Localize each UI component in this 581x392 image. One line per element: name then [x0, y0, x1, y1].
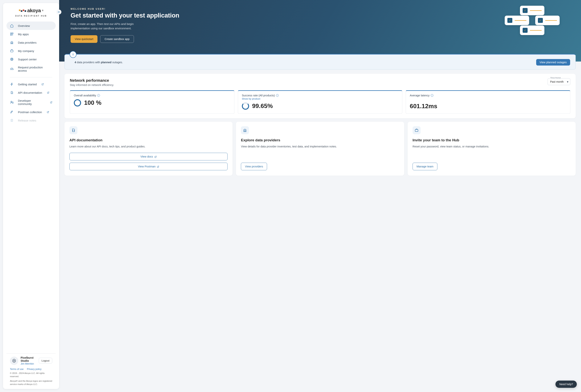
metric-label: Overall availability: [74, 94, 96, 97]
briefcase-icon: [10, 49, 14, 53]
check-icon: ✓: [523, 8, 528, 13]
metric-value: 99.65%: [252, 102, 273, 110]
sidebar-item-release-notes[interactable]: Release notes: [6, 116, 56, 125]
view-providers-button[interactable]: View providers: [241, 163, 267, 170]
hero-graphic: ✓ ✓ ✓ ✓: [501, 4, 570, 46]
sidebar-item-my-apps[interactable]: My apps: [6, 30, 56, 38]
svg-rect-3: [10, 50, 13, 52]
card-api-docs: API documentation Learn more about our A…: [64, 122, 232, 176]
sidebar-item-label: API documentation: [18, 91, 42, 94]
notes-icon: [10, 119, 14, 122]
sidebar-item-overview[interactable]: Overview: [6, 21, 56, 30]
logo: akoya® DATA RECIPIENT HUB: [3, 8, 59, 21]
need-help-button[interactable]: Need help?: [556, 381, 577, 388]
svg-point-9: [14, 360, 15, 361]
svg-rect-10: [415, 129, 418, 131]
terms-link[interactable]: Terms of use: [10, 368, 24, 371]
sidebar-item-label: Getting started: [18, 83, 36, 86]
sidebar-item-label: My company: [18, 49, 34, 53]
svg-rect-1: [12, 33, 13, 34]
card-desc: Learn more about our API docs, tech tips…: [70, 145, 228, 149]
sidebar: akoya® DATA RECIPIENT HUB Overview My ap…: [3, 3, 59, 389]
sidebar-item-data-providers[interactable]: Data providers: [6, 38, 56, 47]
sidebar-item-label: Postman collection: [18, 110, 42, 114]
user-name[interactable]: Jim Merrikin: [20, 362, 36, 365]
sidebar-item-label: Developer community: [18, 99, 45, 106]
view-docs-button[interactable]: View docs: [70, 153, 228, 160]
divider: [10, 77, 52, 77]
info-icon[interactable]: i: [431, 94, 433, 97]
panel-subtitle: Stay informed on network efficiency.: [70, 83, 114, 86]
hero-body: First, create an app. Then test our APIs…: [70, 22, 152, 31]
bank-icon: [10, 40, 14, 44]
footer-copyright: © 2019 - 2024 Akoya LLC. All rights rese…: [3, 371, 59, 378]
sidebar-item-label: Overview: [18, 24, 30, 27]
card-desc: Reset your password, view team status, o…: [412, 145, 571, 159]
user-company: Pixelburst Studio: [20, 356, 36, 362]
svg-rect-2: [10, 34, 12, 35]
info-icon: i: [70, 51, 76, 58]
main: WELCOME HUB USER! Get started with your …: [59, 0, 581, 392]
external-link-icon: [47, 111, 49, 113]
view-quickstart-button[interactable]: View quickstart: [70, 35, 98, 43]
timeframe-select[interactable]: Past month: [548, 78, 570, 85]
sidebar-item-dev-community[interactable]: Developer community: [6, 97, 56, 108]
metric-availability: Overall availabilityi 100 %: [70, 90, 234, 114]
manage-team-button[interactable]: Manage team: [412, 163, 438, 170]
user-block: Pixelburst Studio Jim Merrikin Logout: [6, 353, 56, 365]
metric-latency: Average latencyi 601.12ms: [406, 90, 570, 114]
sidebar-item-label: My apps: [18, 32, 29, 36]
collapse-sidebar-button[interactable]: [56, 9, 62, 14]
hero-title: Get started with your test application: [70, 12, 233, 19]
metric-label: Average latency: [410, 94, 430, 97]
check-icon: ✓: [538, 18, 543, 23]
card-title: Explore data providers: [241, 138, 399, 142]
lifebuoy-icon: [10, 57, 14, 61]
home-icon: [10, 24, 14, 28]
sidebar-item-postman[interactable]: Postman collection: [6, 108, 56, 116]
outage-banner: i 4 data providers with planned outages.…: [64, 54, 576, 69]
sidebar-item-my-company[interactable]: My company: [6, 47, 56, 55]
privacy-link[interactable]: Privacy policy: [27, 368, 42, 371]
bolt-icon: [10, 82, 14, 86]
sidebar-item-label: Data providers: [18, 41, 36, 44]
card-data-providers: Explore data providers View details for …: [236, 122, 404, 176]
rocket-icon: [10, 110, 14, 114]
sidebar-item-support-center[interactable]: Support center: [6, 55, 56, 63]
cloud-upload-icon: [10, 67, 14, 71]
create-sandbox-button[interactable]: Create sandbox app: [100, 35, 134, 43]
logo-subtitle: DATA RECIPIENT HUB: [8, 15, 54, 17]
welcome-text: WELCOME HUB USER!: [70, 8, 233, 10]
svg-point-5: [11, 59, 12, 60]
info-icon[interactable]: i: [276, 94, 279, 97]
show-by-product-link[interactable]: Show by product: [242, 97, 398, 100]
sidebar-item-api-docs[interactable]: API documentation: [6, 88, 56, 97]
info-icon[interactable]: i: [97, 94, 100, 97]
metric-success-rate: Success rate (All products)i Show by pro…: [238, 90, 402, 114]
ring-icon: [242, 102, 249, 110]
card-invite-team: Invite your team to the Hub Reset your p…: [408, 122, 576, 176]
external-link-icon: [50, 101, 52, 103]
apps-icon: [10, 32, 14, 36]
svg-rect-0: [10, 33, 12, 34]
view-postman-button[interactable]: View Postman: [70, 163, 228, 170]
logo-text: akoya: [27, 8, 41, 13]
ring-icon: [74, 99, 81, 106]
document-icon: [70, 126, 78, 134]
metric-value: 100 %: [84, 99, 102, 106]
bank-icon: [241, 126, 249, 134]
svg-point-6: [11, 101, 12, 102]
sidebar-item-label: Request production access: [18, 66, 52, 72]
card-desc: View details for data provider inventori…: [241, 145, 399, 159]
sidebar-item-label: Release notes: [18, 119, 36, 122]
briefcase-icon: [412, 126, 420, 134]
hero: WELCOME HUB USER! Get started with your …: [59, 0, 581, 61]
external-link-icon: [47, 92, 49, 94]
document-icon: [10, 91, 14, 94]
view-planned-outages-button[interactable]: View planned outages: [536, 59, 570, 65]
logout-button[interactable]: Logout: [39, 358, 52, 364]
sidebar-item-request-production[interactable]: Request production access: [6, 63, 56, 74]
metric-value: 601.12ms: [410, 103, 437, 110]
banner-text: 4 data providers with planned outages.: [74, 61, 123, 64]
sidebar-item-getting-started[interactable]: Getting started: [6, 80, 56, 88]
